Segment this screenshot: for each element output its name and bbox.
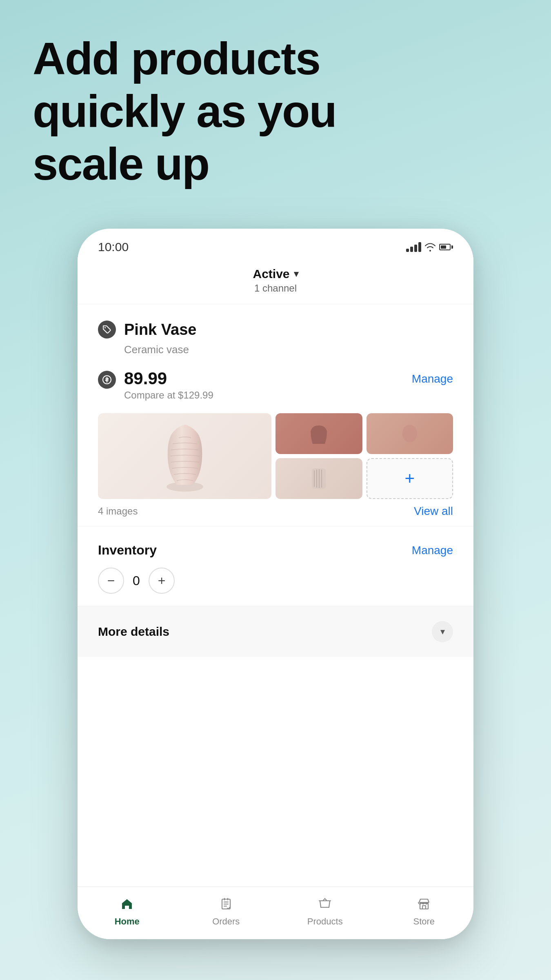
bottom-navigation: Home Orders Pr: [78, 886, 473, 939]
product-type: Ceramic vase: [124, 343, 453, 356]
price-section: 89.99 Compare at $129.99 Manage: [98, 369, 453, 401]
active-status-row: Active ▾: [253, 267, 298, 281]
increment-button[interactable]: +: [149, 568, 175, 594]
inventory-label: Inventory: [98, 543, 157, 558]
quantity-value: 0: [124, 573, 149, 588]
price-left: 89.99 Compare at $129.99: [98, 369, 213, 401]
channel-count: 1 channel: [254, 283, 297, 294]
dollar-icon: [98, 371, 116, 389]
nav-home[interactable]: Home: [102, 895, 151, 927]
thumb-image-1[interactable]: [276, 413, 362, 454]
main-product-image[interactable]: [98, 413, 271, 499]
price-manage-button[interactable]: Manage: [412, 369, 453, 385]
scroll-content: Pink Vase Ceramic vase 89.99 Compare at …: [78, 304, 473, 886]
status-icons: [406, 242, 453, 252]
price-info: 89.99 Compare at $129.99: [124, 369, 213, 401]
thumb-image-2[interactable]: [367, 413, 453, 454]
products-icon: [316, 895, 334, 913]
nav-products[interactable]: Products: [300, 895, 349, 927]
product-section: Pink Vase Ceramic vase 89.99 Compare at …: [78, 304, 473, 401]
more-details-section[interactable]: More details ▾: [78, 606, 473, 657]
image-count: 4 images: [98, 506, 138, 517]
home-icon: [118, 895, 136, 913]
nav-products-label: Products: [307, 916, 343, 927]
hero-title-line3: scale up: [33, 138, 209, 189]
product-name-row: Pink Vase: [98, 321, 453, 339]
divider-1: [78, 526, 473, 526]
price-value: 89.99: [124, 369, 213, 388]
images-footer: 4 images View all: [98, 505, 453, 522]
nav-orders[interactable]: Orders: [202, 895, 251, 927]
orders-icon: [217, 895, 235, 913]
hero-title-line2: quickly as you: [33, 86, 336, 137]
hero-title: Add products quickly as you scale up: [33, 33, 518, 190]
inventory-manage-button[interactable]: Manage: [412, 544, 453, 557]
hero-title-line1: Add products: [33, 33, 320, 84]
product-name: Pink Vase: [124, 321, 196, 339]
compare-price: Compare at $129.99: [124, 390, 213, 401]
svg-point-0: [104, 327, 106, 328]
status-time: 10:00: [98, 240, 129, 254]
inventory-section: Inventory Manage − 0 +: [78, 530, 473, 606]
plus-icon: +: [404, 469, 415, 488]
active-channel-header[interactable]: Active ▾ 1 channel: [78, 261, 473, 304]
nav-store-label: Store: [413, 916, 435, 927]
nav-home-label: Home: [115, 916, 140, 927]
images-grid: +: [98, 413, 453, 499]
signal-icon: [406, 242, 421, 252]
images-section: + 4 images View all: [78, 413, 473, 522]
phone-frame: 10:00 Active ▾ 1 channel: [78, 229, 473, 939]
status-bar: 10:00: [78, 229, 473, 261]
battery-icon: [439, 244, 453, 250]
thumb-image-3[interactable]: [276, 458, 362, 499]
decrement-button[interactable]: −: [98, 568, 124, 594]
chevron-down-icon: ▾: [294, 269, 298, 279]
view-all-button[interactable]: View all: [414, 505, 453, 518]
vase-svg: [156, 417, 213, 495]
more-details-toggle[interactable]: ▾: [432, 621, 453, 642]
hero-section: Add products quickly as you scale up: [33, 33, 518, 190]
wifi-icon: [424, 243, 436, 252]
nav-orders-label: Orders: [212, 916, 240, 927]
nav-store[interactable]: Store: [400, 895, 449, 927]
tag-icon: [98, 321, 116, 339]
quantity-stepper: − 0 +: [98, 568, 453, 594]
inventory-header: Inventory Manage: [98, 543, 453, 558]
store-icon: [415, 895, 433, 913]
svg-point-3: [402, 425, 417, 443]
add-image-button[interactable]: +: [367, 458, 453, 499]
active-label: Active: [253, 267, 289, 281]
more-details-label: More details: [98, 625, 169, 639]
